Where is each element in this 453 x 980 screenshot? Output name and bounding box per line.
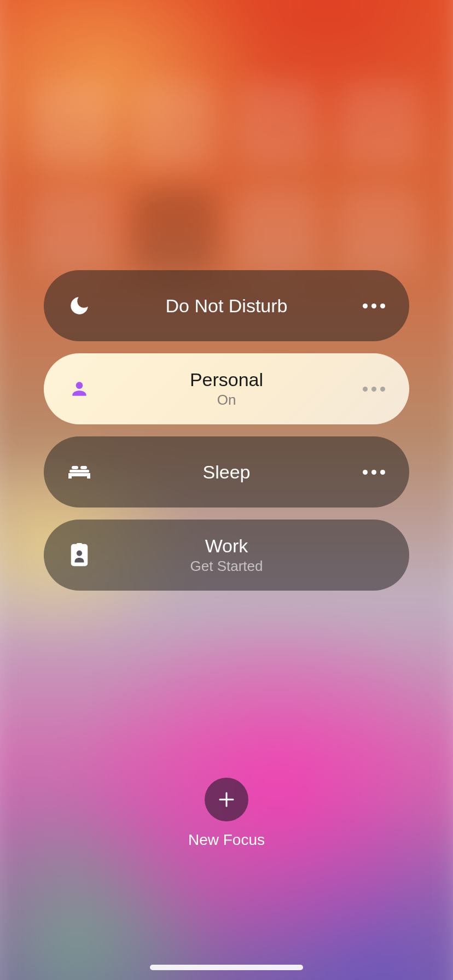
focus-text-container: Do Not Disturb xyxy=(93,295,360,317)
home-indicator[interactable] xyxy=(150,965,303,970)
new-focus-button[interactable] xyxy=(205,778,248,821)
more-options-button[interactable] xyxy=(360,458,387,486)
blurred-homescreen-apps xyxy=(33,82,420,273)
svg-rect-8 xyxy=(77,543,82,547)
new-focus-container: New Focus xyxy=(188,778,265,849)
focus-text-container: Sleep xyxy=(93,462,360,483)
new-focus-label: New Focus xyxy=(188,831,265,849)
svg-point-0 xyxy=(76,382,83,389)
person-icon xyxy=(66,375,93,402)
svg-rect-2 xyxy=(68,473,90,476)
focus-item-sleep[interactable]: Sleep xyxy=(44,436,409,508)
ellipsis-icon xyxy=(363,470,385,475)
svg-rect-4 xyxy=(87,476,90,479)
focus-title: Work xyxy=(205,535,248,557)
focus-subtitle: Get Started xyxy=(190,558,263,575)
bed-icon xyxy=(66,458,93,486)
more-options-button[interactable] xyxy=(360,292,387,319)
svg-point-9 xyxy=(77,551,82,556)
moon-icon xyxy=(66,292,93,319)
plus-icon xyxy=(217,790,236,809)
svg-rect-3 xyxy=(68,476,72,479)
svg-rect-5 xyxy=(72,466,78,469)
focus-subtitle: On xyxy=(217,392,236,409)
focus-item-personal[interactable]: Personal On xyxy=(44,353,409,424)
focus-text-container: Personal On xyxy=(93,369,360,409)
focus-title: Personal xyxy=(190,369,263,390)
focus-item-work[interactable]: Work Get Started xyxy=(44,520,409,591)
focus-title: Sleep xyxy=(203,462,251,483)
badge-icon xyxy=(66,541,93,569)
focus-title: Do Not Disturb xyxy=(166,295,288,317)
more-options-button[interactable] xyxy=(360,375,387,402)
focus-text-container: Work Get Started xyxy=(93,535,360,575)
svg-rect-6 xyxy=(80,466,87,469)
ellipsis-icon xyxy=(363,387,385,392)
ellipsis-icon xyxy=(363,304,385,308)
svg-rect-1 xyxy=(69,470,89,472)
focus-modes-list: Do Not Disturb Personal On xyxy=(44,270,409,591)
more-spacer xyxy=(360,541,387,569)
focus-item-do-not-disturb[interactable]: Do Not Disturb xyxy=(44,270,409,341)
